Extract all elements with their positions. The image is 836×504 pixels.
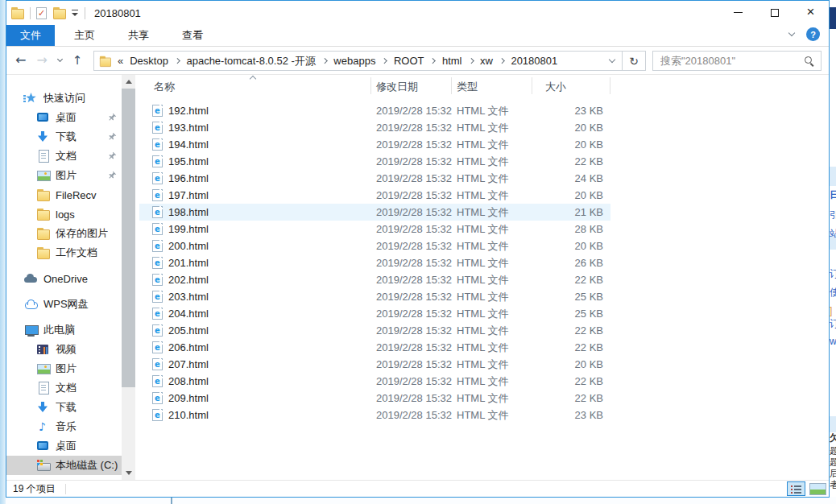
file-date: 2019/2/28 15:32 [376,170,452,187]
sidebar-item-label: 文档 [56,381,77,395]
file-type: HTML 文件 [457,271,509,288]
sidebar-item[interactable]: logs [6,204,122,224]
file-row[interactable]: 207.html 2019/2/28 15:32 HTML 文件 20 KB [139,356,610,373]
file-type: HTML 文件 [457,136,509,153]
file-row[interactable]: 195.html 2019/2/28 15:32 HTML 文件 22 KB [139,153,610,170]
titlebar: 20180801 × [6,1,829,25]
column-divider[interactable] [532,77,532,94]
file-row[interactable]: 203.html 2019/2/28 15:32 HTML 文件 25 KB [139,288,610,305]
breadcrumb-segment[interactable]: Desktop [125,55,181,67]
column-header-type[interactable]: 类型 [457,80,478,94]
file-row[interactable]: 208.html 2019/2/28 15:32 HTML 文件 22 KB [139,373,610,390]
ribbon-tab[interactable]: 查看 [168,25,217,46]
sidebar-item[interactable]: FileRecv [6,185,122,204]
file-row[interactable]: 204.html 2019/2/28 15:32 HTML 文件 25 KB [139,305,610,322]
ribbon-tab[interactable]: 共享 [114,25,163,46]
sidebar-item[interactable]: WPS网盘 [6,295,122,314]
breadcrumb-segment[interactable]: 20180801 [506,55,562,67]
file-row[interactable]: 206.html 2019/2/28 15:32 HTML 文件 22 KB [139,339,610,356]
file-row[interactable]: 192.html 2019/2/28 15:32 HTML 文件 23 KB [139,102,610,119]
sidebar-item[interactable]: 文档 [6,147,122,166]
ribbon-tabs: 文件 主页 共享 查看 [6,25,829,47]
sidebar-item[interactable]: 图片 [6,359,122,378]
sidebar-item-icon [36,188,50,201]
sidebar-item[interactable]: 音乐 [6,417,122,436]
file-row[interactable]: 194.html 2019/2/28 15:32 HTML 文件 20 KB [139,136,610,153]
sidebar-item[interactable]: 保存的图片 [6,224,122,243]
recent-locations-icon[interactable] [57,56,63,62]
sidebar-item[interactable]: 工作文档 [6,243,122,262]
sidebar-item[interactable]: 此电脑 [6,320,122,340]
sidebar-item[interactable]: 下载 [6,127,122,147]
scroll-up-icon[interactable] [122,75,135,89]
breadcrumb-segment[interactable]: apache-tomcat-8.0.52 -开源 [181,54,329,68]
sidebar-item-icon [36,246,50,259]
sidebar-item[interactable]: 桌面 [6,436,122,456]
breadcrumb-segment[interactable]: ROOT [389,55,437,67]
sidebar-item[interactable]: 桌面 [6,108,122,127]
close-button[interactable]: × [793,1,829,24]
file-row[interactable]: 209.html 2019/2/28 15:32 HTML 文件 22 KB [139,390,610,407]
qat-folder-icon[interactable] [52,6,66,19]
file-size: 20 KB [518,136,603,153]
checkmark-doc-icon[interactable] [36,7,47,19]
column-divider[interactable] [451,77,452,94]
file-date: 2019/2/28 15:32 [376,204,452,221]
file-row[interactable]: 202.html 2019/2/28 15:32 HTML 文件 22 KB [139,271,610,288]
html-file-icon [152,308,163,320]
file-row[interactable]: 201.html 2019/2/28 15:32 HTML 文件 26 KB [139,254,610,271]
sidebar-item-icon [36,382,50,395]
thumbnail-view-button[interactable] [809,483,826,495]
file-row[interactable]: 196.html 2019/2/28 15:32 HTML 文件 24 KB [139,170,610,187]
file-row[interactable]: 193.html 2019/2/28 15:32 HTML 文件 20 KB [139,119,610,136]
file-name: 199.html [168,221,209,238]
column-divider[interactable] [610,77,610,94]
scroll-down-icon[interactable] [122,466,135,480]
scrollbar-thumb[interactable] [122,89,135,387]
sidebar-item[interactable]: OneDrive [6,269,122,288]
file-type: HTML 文件 [457,187,509,204]
sidebar-item-icon [36,130,50,143]
breadcrumb-segment[interactable]: webapps [329,55,389,67]
column-header-name[interactable]: 名称 [154,80,175,94]
qat-dropdown-icon[interactable] [72,10,79,17]
help-button[interactable]: ? [806,27,820,41]
sidebar-item[interactable]: 本地磁盘 (C:) [6,456,122,475]
refresh-button[interactable]: ↻ [623,51,646,71]
forward-button[interactable]: → [36,54,47,67]
sidebar-item[interactable]: 快速访问 [6,89,122,108]
navigation-toolbar: ← → ↑ « Desktop apache-tomcat-8.0.52 -开源 [6,47,829,75]
details-view-button[interactable] [787,481,805,496]
app-folder-icon[interactable] [10,6,24,19]
address-bar[interactable]: « Desktop apache-tomcat-8.0.52 -开源 webap… [93,51,623,71]
sidebar-item[interactable]: 图片 [6,166,122,185]
file-row[interactable]: 198.html 2019/2/28 15:32 HTML 文件 21 KB [139,204,610,221]
ribbon-collapse-icon[interactable] [788,30,795,36]
sidebar-item[interactable]: 下载 [6,398,122,417]
ribbon-tab[interactable]: 主页 [60,25,109,46]
file-row[interactable]: 199.html 2019/2/28 15:32 HTML 文件 28 KB [139,221,610,238]
html-file-icon [152,324,163,337]
maximize-button[interactable] [756,1,793,24]
sidebar-item[interactable]: 文档 [6,378,122,398]
file-row[interactable]: 200.html 2019/2/28 15:32 HTML 文件 20 KB [139,238,610,254]
search-input[interactable] [653,52,798,70]
file-row[interactable]: 205.html 2019/2/28 15:32 HTML 文件 22 KB [139,322,610,339]
column-divider[interactable] [370,77,371,94]
background-text-fragment: 订 [830,269,836,279]
sidebar-scrollbar[interactable] [122,75,135,480]
back-button[interactable]: ← [15,54,26,67]
address-dropdown-icon[interactable] [609,56,615,63]
file-row[interactable]: 197.html 2019/2/28 15:32 HTML 文件 20 KB [139,187,610,204]
file-row[interactable]: 210.html 2019/2/28 15:32 HTML 文件 23 KB [139,407,610,423]
sidebar-item[interactable]: 视频 [6,340,122,359]
column-header-date[interactable]: 修改日期 [376,80,418,94]
breadcrumb-separator-icon [175,58,180,63]
minimize-button[interactable] [720,1,756,24]
column-header-size[interactable]: 大小 [545,80,566,94]
ribbon-tab[interactable]: 文件 [6,25,55,46]
breadcrumb-segment[interactable]: html [437,55,475,67]
file-type: HTML 文件 [457,339,509,356]
up-button[interactable]: ↑ [72,55,83,67]
breadcrumb-segment[interactable]: xw [475,55,506,67]
